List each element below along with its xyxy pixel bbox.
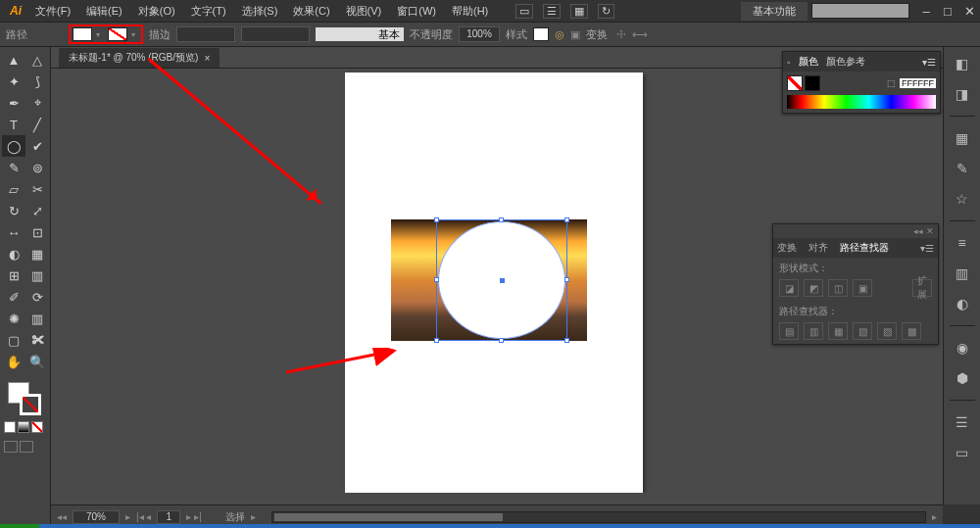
unite-button[interactable]: ◪ <box>779 279 799 297</box>
menu-view[interactable]: 视图(V) <box>338 2 390 21</box>
resize-handle[interactable] <box>564 338 569 343</box>
doc-icon[interactable]: ▭ <box>515 4 533 19</box>
color-panel-icon[interactable]: ◧ <box>952 53 973 74</box>
blob-brush-tool[interactable]: ⊚ <box>25 157 49 178</box>
screen-full[interactable] <box>20 441 33 453</box>
symbol-sprayer-tool[interactable]: ✺ <box>2 308 25 329</box>
slice-tool[interactable]: ✀ <box>25 329 49 351</box>
window-minimize[interactable]: – <box>915 4 937 19</box>
screen-normal[interactable] <box>4 441 18 453</box>
minus-front-button[interactable]: ◩ <box>804 279 823 297</box>
color-guide-icon[interactable]: ◨ <box>952 83 973 105</box>
perspective-tool[interactable]: ▦ <box>25 243 49 264</box>
expand-button[interactable]: 扩展 <box>912 279 932 297</box>
mesh-tool[interactable]: ⊞ <box>2 264 25 286</box>
mode-gradient[interactable] <box>18 421 29 433</box>
scale-tool[interactable]: ⤢ <box>25 200 49 221</box>
brushes-panel-icon[interactable]: ✎ <box>952 158 973 179</box>
resize-handle[interactable] <box>564 277 569 282</box>
free-transform-tool[interactable]: ⊡ <box>25 221 49 243</box>
pathfinder-tab[interactable]: 路径查找器 <box>840 241 889 255</box>
pathfinder-panel[interactable]: ◂◂ ✕ 变换 对齐 路径查找器 ▾☰ 形状模式： ◪ ◩ ◫ ▣ 扩展 路径查… <box>772 223 939 345</box>
align-icon[interactable]: ☩ <box>613 26 629 42</box>
close-icon[interactable]: × <box>204 53 210 64</box>
line-tool[interactable]: ╱ <box>25 114 49 135</box>
fill-dropdown[interactable]: ▾ <box>96 30 104 39</box>
blend-tool[interactable]: ⟳ <box>25 286 49 308</box>
stroke-swatch[interactable] <box>108 27 127 41</box>
fill-swatch[interactable] <box>73 27 92 41</box>
resize-handle[interactable] <box>434 217 439 222</box>
graphic-style-swatch[interactable] <box>533 27 549 41</box>
document-tab[interactable]: 未标题-1* @ 70% (RGB/预览) × <box>59 48 220 68</box>
direct-selection-tool[interactable]: △ <box>25 49 49 71</box>
gradient-tool[interactable]: ▥ <box>25 264 49 286</box>
outline-button[interactable]: ▨ <box>877 322 897 340</box>
graphic-styles-icon[interactable]: ⬢ <box>952 367 973 389</box>
stroke-dropdown[interactable]: ▾ <box>131 30 139 39</box>
workspace-switcher[interactable]: 基本功能 <box>741 2 808 21</box>
curvature-tool[interactable]: ⌖ <box>25 92 49 114</box>
divide-button[interactable]: ▤ <box>779 322 799 340</box>
color-tab[interactable]: 颜色 <box>799 55 818 69</box>
resize-handle[interactable] <box>499 338 504 343</box>
search-field[interactable] <box>811 3 909 19</box>
mode-none[interactable] <box>31 421 43 433</box>
menu-object[interactable]: 对象(O) <box>130 2 183 21</box>
layers-panel-icon[interactable]: ☰ <box>952 411 973 433</box>
hand-tool[interactable]: ✋ <box>2 351 25 372</box>
window-close[interactable]: ✕ <box>958 4 980 19</box>
eyedropper-tool[interactable]: ✐ <box>2 286 25 308</box>
ellipse-tool[interactable]: ◯ <box>2 135 25 157</box>
menu-window[interactable]: 窗口(W) <box>389 2 444 21</box>
hex-value[interactable]: FFFFFF <box>900 78 936 88</box>
gradient-panel-icon[interactable]: ▥ <box>952 263 973 284</box>
magic-wand-tool[interactable]: ✦ <box>2 71 25 92</box>
transform-link[interactable]: 变换 <box>586 27 608 42</box>
artboard[interactable] <box>345 72 643 493</box>
scissors-tool[interactable]: ✂ <box>25 178 49 200</box>
intersect-button[interactable]: ◫ <box>828 279 848 297</box>
menu-file[interactable]: 文件(F) <box>27 2 78 21</box>
fill-indicator[interactable] <box>787 75 803 91</box>
resize-handle[interactable] <box>499 217 504 222</box>
symbols-panel-icon[interactable]: ☆ <box>952 188 973 210</box>
panel-menu-icon[interactable]: ▾☰ <box>920 243 938 254</box>
mode-color[interactable] <box>4 421 16 433</box>
pencil-tool[interactable]: ✎ <box>2 157 25 178</box>
resize-handle[interactable] <box>434 338 439 343</box>
stroke-color-box[interactable] <box>20 394 41 415</box>
color-spectrum[interactable] <box>787 95 936 109</box>
arrange-icon[interactable]: ☰ <box>543 4 561 19</box>
artboards-panel-icon[interactable]: ▭ <box>952 442 973 463</box>
merge-button[interactable]: ▦ <box>828 322 848 340</box>
appearance-panel-icon[interactable]: ◉ <box>952 337 973 359</box>
menu-edit[interactable]: 编辑(E) <box>78 2 130 21</box>
stroke-panel-icon[interactable]: ≡ <box>952 232 973 254</box>
swatches-panel-icon[interactable]: ▦ <box>952 127 973 149</box>
grid-icon[interactable]: ▦ <box>570 4 588 19</box>
stroke-indicator[interactable] <box>805 75 820 91</box>
transform-tab[interactable]: 变换 <box>777 241 797 255</box>
color-guide-tab[interactable]: 颜色参考 <box>826 55 865 69</box>
artboard-number-input[interactable]: 1 <box>157 510 180 524</box>
menu-effect[interactable]: 效果(C) <box>285 2 337 21</box>
type-tool[interactable]: T <box>2 114 25 135</box>
resize-handle[interactable] <box>434 277 439 282</box>
zoom-level-input[interactable]: 70% <box>73 510 120 524</box>
menu-type[interactable]: 文字(T) <box>183 2 234 21</box>
trim-button[interactable]: ▥ <box>804 322 823 340</box>
paintbrush-tool[interactable]: ✔ <box>25 135 49 157</box>
width-tool[interactable]: ↔ <box>2 221 25 243</box>
menu-select[interactable]: 选择(S) <box>234 2 286 21</box>
artboard-first-button[interactable]: |◂ ◂ <box>136 511 151 522</box>
brush-definition[interactable]: 基本 <box>316 27 404 41</box>
align-icon2[interactable]: ⟷ <box>632 26 648 42</box>
pen-tool[interactable]: ✒ <box>2 92 25 114</box>
align-tab[interactable]: 对齐 <box>808 241 828 255</box>
lasso-tool[interactable]: ⟆ <box>25 71 49 92</box>
resize-handle[interactable] <box>564 217 569 222</box>
graph-tool[interactable]: ▥ <box>25 308 49 329</box>
crop-button[interactable]: ▧ <box>853 322 872 340</box>
stroke-weight-dropdown[interactable] <box>176 26 235 42</box>
